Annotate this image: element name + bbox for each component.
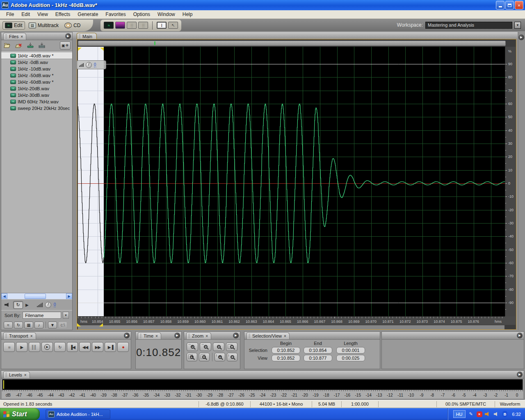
selection-begin-field[interactable]: 0:10.852 — [272, 347, 300, 354]
zoom-tab[interactable]: Zoom × — [186, 332, 211, 339]
go-to-end-button[interactable]: ▶▐ — [105, 342, 116, 352]
files-panel-menu-button[interactable]: ▶ — [65, 33, 71, 39]
show-loop-files-button[interactable]: ↻ — [14, 322, 23, 329]
view-end-field[interactable]: 0:10.877 — [304, 355, 332, 361]
close-file-button[interactable] — [14, 42, 23, 49]
preview-volume-knob[interactable] — [45, 302, 51, 308]
workspace-dropdown-arrow[interactable]: ▼ — [514, 22, 521, 29]
start-button[interactable]: Start — [0, 408, 40, 420]
zoom-close-icon[interactable]: × — [205, 334, 208, 338]
levels-tab[interactable]: Levels × — [3, 371, 30, 378]
zoom-menu-button[interactable]: ▶ — [233, 333, 239, 338]
sort-dropdown-arrow[interactable]: ▼ — [63, 312, 69, 319]
waveform-display-button[interactable]: ≈ — [104, 22, 114, 29]
menu-file[interactable]: File — [2, 11, 18, 18]
fast-forward-button[interactable]: ▶▶ — [92, 342, 103, 352]
amplitude-scale[interactable]: %9080706050403020100-10-20-30-40-50-60-7… — [505, 47, 516, 316]
workspace-select[interactable]: Mastering and Analysis — [425, 22, 512, 29]
menu-window[interactable]: Window — [154, 11, 179, 18]
files-tab[interactable]: Files × — [3, 33, 26, 40]
zoom-out-full-button[interactable]: − — [213, 342, 224, 351]
hud-volume-value[interactable]: 0 — [94, 62, 96, 67]
dock-menu-button[interactable]: ▶ — [518, 34, 524, 40]
menu-generate[interactable]: Generate — [74, 11, 102, 18]
file-list-item[interactable]: ≈1kHz -0dB.wav — [1, 59, 72, 66]
time-menu-button[interactable]: ▶ — [174, 333, 180, 338]
menu-favorites[interactable]: Favorites — [102, 11, 129, 18]
full-path-button[interactable]: c:\ — [58, 322, 67, 329]
files-horizontal-scrollbar[interactable]: ◀ ▶ — [1, 293, 72, 299]
dock-area-menu-button[interactable]: ▶ — [517, 333, 523, 338]
file-list-item[interactable]: ≈1kHz-20dB.wav — [1, 85, 72, 92]
restore-button[interactable] — [505, 1, 514, 9]
selection-end-handle-top[interactable] — [100, 48, 104, 51]
import-file-button[interactable] — [26, 42, 35, 49]
menu-options[interactable]: Options — [130, 11, 154, 18]
play-looped-button[interactable]: ↻ — [54, 342, 66, 352]
file-list-item[interactable]: ≈1kHz-30dB.wav — [1, 92, 72, 98]
file-list-item[interactable]: ≈1kHz -10dB.wav — [1, 66, 72, 72]
zoom-in-horizontal-button[interactable]: ↔+ — [187, 342, 198, 351]
transport-menu-button[interactable]: ▶ — [124, 333, 130, 338]
files-close-icon[interactable]: × — [21, 34, 23, 39]
show-video-files-button[interactable]: ▦ — [24, 322, 33, 329]
zoom-out-horizontal-button[interactable]: ↔− — [200, 342, 211, 351]
spectral-pan-button[interactable]: ▒ — [127, 22, 137, 29]
time-selection-tool-button[interactable]: I — [157, 22, 167, 29]
scroll-right-arrow[interactable]: ▶ — [66, 293, 72, 299]
file-list-item[interactable]: ≈IMD 60Hz 7kHz.wav — [1, 98, 72, 105]
zoom-in-vertical-button[interactable]: ↕+ — [215, 353, 225, 361]
tablet-pen-icon[interactable]: ✎ — [468, 411, 474, 417]
preview-play-button[interactable]: ▶ — [25, 303, 29, 307]
zoom-in-left-edge-button[interactable]: + — [187, 353, 197, 361]
file-list-item[interactable]: ≈1kHz -40dB.wav * — [1, 52, 72, 59]
mute-preview-icon[interactable] — [5, 303, 11, 307]
bluetooth-icon[interactable]: B — [502, 411, 508, 417]
hud-volume-knob[interactable] — [86, 62, 92, 68]
selection-start-handle-bottom[interactable] — [77, 323, 81, 326]
record-button[interactable]: ● — [117, 342, 129, 352]
zoom-to-selection-button[interactable] — [226, 342, 237, 351]
spectral-frequency-button[interactable] — [115, 22, 125, 29]
menu-view[interactable]: View — [34, 11, 52, 18]
file-list-item[interactable]: ≈1kHz -50dB.wav * — [1, 72, 72, 79]
close-button[interactable]: × — [515, 1, 523, 9]
waveform-display[interactable] — [78, 47, 505, 316]
scroll-left-arrow[interactable]: ◀ — [1, 293, 7, 299]
insert-multitrack-button[interactable] — [37, 42, 46, 49]
selection-view-close-icon[interactable]: × — [284, 334, 286, 338]
multitrack-view-button[interactable]: ▤ Multitrack — [27, 22, 61, 29]
selection-end-field[interactable]: 0:10.854 — [304, 347, 332, 354]
zoom-in-right-edge-button[interactable]: − — [199, 353, 210, 361]
zoom-out-vertical-button[interactable]: ↕− — [227, 353, 237, 361]
language-indicator[interactable]: HU — [453, 410, 466, 418]
audio-device-icon[interactable] — [493, 411, 500, 417]
security-alert-icon[interactable]: × — [477, 411, 482, 417]
levels-close-icon[interactable]: × — [24, 373, 27, 377]
selection-start-handle-top[interactable] — [78, 48, 82, 51]
selection-view-tab[interactable]: Selection/View × — [247, 332, 290, 339]
file-list-item[interactable]: ≈1kHz -60dB.wav * — [1, 79, 72, 85]
edit-view-button[interactable]: ≈ Edit — [2, 21, 25, 30]
view-position-indicator[interactable] — [154, 41, 155, 45]
display-options-toggle[interactable]: ▣👁 — [60, 41, 71, 50]
go-to-beginning-button[interactable]: ▐◀ — [67, 342, 78, 352]
wave-overview-scrollbar[interactable] — [78, 41, 506, 46]
open-file-button[interactable] — [3, 42, 12, 49]
time-close-icon[interactable]: × — [155, 334, 158, 338]
view-length-field[interactable]: 0:00.025 — [336, 355, 365, 361]
play-from-cursor-button[interactable]: ▶ — [41, 342, 53, 352]
menu-effects[interactable]: Effects — [52, 11, 74, 18]
play-button[interactable]: ▶ — [16, 342, 27, 352]
time-tab[interactable]: Time × — [138, 332, 161, 339]
menu-edit[interactable]: Edit — [18, 11, 34, 18]
transport-tab[interactable]: Transport × — [3, 332, 36, 339]
cd-view-button[interactable]: CD — [62, 22, 82, 29]
selection-end-handle-bottom[interactable] — [99, 323, 103, 326]
show-audio-files-button[interactable]: ≈ — [4, 322, 13, 329]
stop-button[interactable]: ■ — [3, 342, 15, 352]
minimize-button[interactable] — [496, 1, 504, 9]
volume-icon[interactable] — [485, 411, 491, 417]
menu-help[interactable]: Help — [179, 11, 196, 18]
show-midi-files-button[interactable]: ♪ — [34, 322, 43, 329]
